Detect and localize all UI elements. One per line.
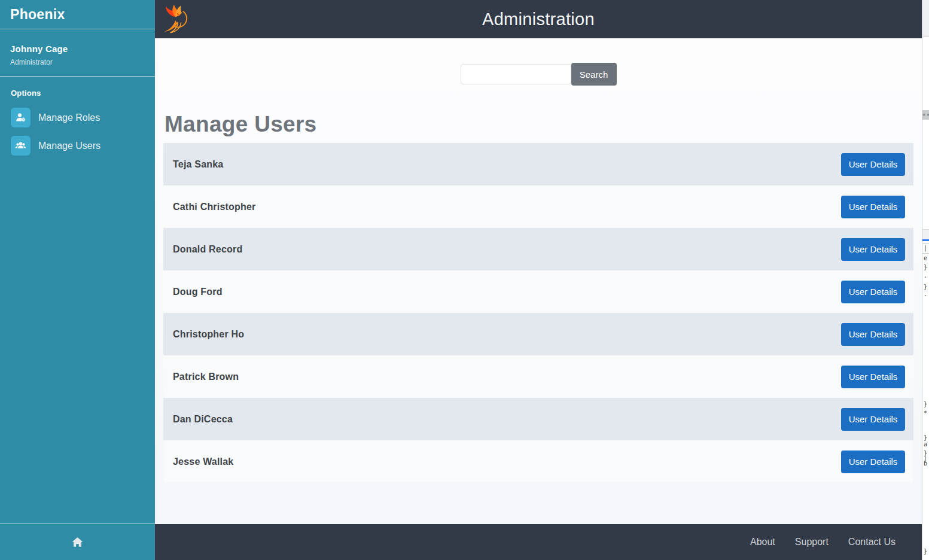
accent-line: [922, 239, 929, 241]
current-user-last-name: Cage: [45, 44, 68, 54]
user-row: Doug Ford User Details: [163, 270, 913, 313]
user-name: Cathi Christopher: [173, 202, 256, 212]
sidebar: Phoenix Johnny Cage Administrator Option…: [0, 0, 155, 560]
background-window-input-edge: |: [922, 243, 929, 254]
page-footer: About Support Contact Us: [155, 524, 922, 560]
user-details-button[interactable]: User Details: [841, 451, 905, 473]
top-bar: Administration: [155, 0, 922, 38]
options-section-label: Options: [11, 89, 144, 98]
user-details-button[interactable]: User Details: [841, 408, 905, 431]
code-glyph: }: [924, 284, 927, 291]
footer-link-about[interactable]: About: [750, 537, 775, 547]
code-glyph: a: [924, 441, 927, 448]
search-bar: Search: [155, 63, 922, 86]
user-name: Christopher Ho: [173, 329, 244, 340]
sidebar-footer: [0, 524, 155, 560]
footer-link-support[interactable]: Support: [795, 537, 829, 547]
user-row: Christopher Ho User Details: [163, 313, 913, 355]
sidebar-item-label: Manage Users: [38, 141, 100, 151]
user-row: Cathi Christopher User Details: [163, 185, 913, 228]
user-row: Teja Sanka User Details: [163, 143, 913, 185]
code-glyph: b: [924, 460, 927, 467]
user-name: Dan DiCecca: [173, 414, 233, 425]
user-row: Jesse Wallak User Details: [163, 440, 913, 483]
code-glyph: }: [924, 264, 927, 271]
sidebar-item-manage-users[interactable]: Manage Users: [0, 132, 155, 160]
user-list: Teja Sanka User Details Cathi Christophe…: [163, 143, 913, 483]
user-details-button[interactable]: User Details: [841, 238, 905, 261]
scrollbar-thumb[interactable]: ∗∗: [922, 110, 929, 120]
user-details-button[interactable]: User Details: [841, 323, 905, 346]
current-user-first-name: Johnny: [10, 44, 43, 54]
sidebar-item-manage-roles[interactable]: Manage Roles: [0, 104, 155, 132]
code-glyph: }: [924, 548, 927, 555]
users-icon: [11, 136, 31, 156]
search-button[interactable]: Search: [571, 63, 617, 86]
user-gear-icon: [11, 108, 31, 127]
code-glyph: }: [924, 401, 927, 408]
user-details-button[interactable]: User Details: [841, 281, 905, 303]
user-name: Teja Sanka: [173, 159, 223, 170]
current-user-role: Administrator: [10, 58, 145, 66]
current-user-block: Johnny Cage Administrator: [0, 29, 155, 77]
user-name: Patrick Brown: [173, 372, 239, 382]
user-row: Patrick Brown User Details: [163, 355, 913, 398]
code-glyph: *: [924, 410, 927, 417]
user-details-button[interactable]: User Details: [841, 153, 905, 176]
user-name: Donald Record: [173, 244, 242, 255]
section-heading: Manage Users: [165, 112, 922, 137]
background-window-band: [922, 230, 929, 239]
current-user-name: Johnny Cage: [10, 44, 145, 54]
main-page: Administration Search Manage Users Teja …: [155, 0, 922, 560]
user-details-button[interactable]: User Details: [841, 196, 905, 218]
code-glyph: ·: [924, 293, 927, 300]
app-brand: Phoenix: [0, 0, 155, 29]
background-window-edge: ∗∗ | e}·}·}*}a}|b}: [922, 0, 929, 560]
background-window-tabbar-edge: [922, 0, 929, 37]
user-name: Doug Ford: [173, 287, 223, 297]
user-row: Donald Record User Details: [163, 228, 913, 270]
search-input[interactable]: [461, 64, 571, 84]
user-details-button[interactable]: User Details: [841, 366, 905, 388]
user-name: Jesse Wallak: [173, 456, 233, 467]
code-glyph: |: [924, 245, 927, 252]
code-glyph: e: [924, 255, 927, 262]
user-row: Dan DiCecca User Details: [163, 398, 913, 440]
code-glyph: ·: [924, 274, 927, 281]
home-icon[interactable]: [71, 536, 84, 549]
content-area: Search Manage Users Teja Sanka User Deta…: [155, 38, 922, 524]
sidebar-item-label: Manage Roles: [38, 112, 100, 123]
footer-link-contact-us[interactable]: Contact Us: [848, 537, 896, 547]
page-title: Administration: [155, 0, 922, 38]
